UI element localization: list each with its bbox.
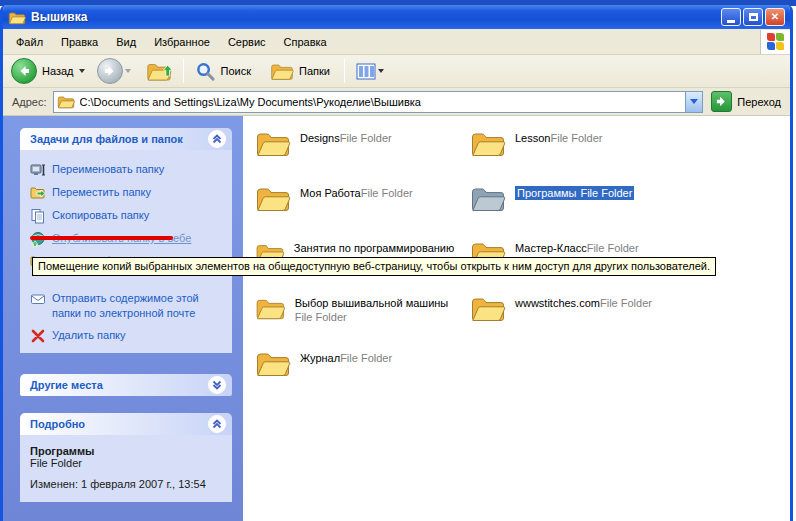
menu-view[interactable]: Вид — [107, 32, 145, 52]
search-icon — [195, 61, 216, 82]
back-arrow-icon — [11, 58, 37, 84]
forward-arrow-icon — [97, 58, 123, 84]
folder-icon — [470, 128, 506, 158]
other-places-header[interactable]: Другие места — [20, 374, 232, 396]
tasks-panel-title: Задачи для файлов и папок — [30, 133, 208, 145]
close-button[interactable]: ✕ — [765, 8, 785, 26]
task-move-folder[interactable]: Переместить папку — [30, 185, 224, 201]
forward-dropdown-icon[interactable] — [125, 69, 131, 73]
folders-icon — [270, 61, 294, 81]
folders-label: Папки — [299, 65, 330, 77]
titlebar[interactable]: Вышивка ✕ — [3, 5, 790, 29]
chevron-down-icon[interactable] — [208, 376, 226, 394]
search-button[interactable]: Поиск — [190, 59, 259, 84]
details-item-modified: Изменен: 1 февраля 2007 г., 13:54 — [30, 478, 222, 490]
details-header[interactable]: Подробно — [20, 413, 232, 435]
folder-icon — [255, 293, 286, 323]
folders-button[interactable]: Папки — [265, 59, 338, 83]
back-dropdown-icon[interactable] — [79, 69, 85, 73]
folder-tile-designs[interactable]: DesignsFile Folder — [255, 128, 470, 183]
folder-icon — [255, 128, 291, 158]
move-folder-icon — [30, 185, 46, 201]
folder-tile-lesson[interactable]: LessonFile Folder — [470, 128, 685, 183]
other-places-panel: Другие места — [20, 374, 232, 396]
menu-help[interactable]: Справка — [275, 32, 336, 52]
tasks-panel-body: Переименовать папку Переместить папку — [20, 150, 232, 353]
address-dropdown-button[interactable] — [685, 92, 702, 112]
windows-logo-icon — [760, 30, 790, 54]
address-label: Адрес: — [12, 96, 47, 108]
chevron-up-icon[interactable] — [208, 415, 226, 433]
folder-tile-wwwstitches[interactable]: wwwstitches.comFile Folder — [470, 293, 685, 348]
views-icon — [356, 63, 376, 80]
toolbar: Назад Поиск — [3, 55, 790, 88]
toolbar-separator — [183, 59, 184, 83]
folder-tile-programmy-selected[interactable]: ПрограммыFile Folder — [470, 183, 685, 238]
address-combo[interactable]: C:\Documents and Settings\Liza\My Docume… — [53, 91, 704, 113]
search-label: Поиск — [221, 65, 251, 77]
menu-file[interactable]: Файл — [7, 32, 52, 52]
menu-edit[interactable]: Правка — [52, 32, 107, 52]
folder-tile-vybor-mashiny[interactable]: Выбор вышивальной машиныFile Folder — [255, 293, 470, 348]
task-delete-folder[interactable]: Удалить папку — [30, 328, 224, 344]
address-path[interactable]: C:\Documents and Settings\Liza\My Docume… — [80, 96, 686, 108]
maximize-button[interactable] — [743, 8, 763, 26]
task-copy-folder[interactable]: Скопировать папку — [30, 208, 224, 224]
chevron-down-icon — [690, 99, 698, 104]
forward-button[interactable] — [97, 58, 137, 84]
window-title: Вышивка — [31, 10, 719, 24]
folder-tile-moya-rabota[interactable]: Моя РаботаFile Folder — [255, 183, 470, 238]
folder-view[interactable]: DesignsFile Folder LessonFile Folder Моя… — [243, 116, 790, 521]
details-panel: Подробно Программы File Folder Изменен: … — [20, 413, 232, 502]
menubar: Файл Правка Вид Избранное Сервис Справка — [3, 29, 790, 55]
details-body: Программы File Folder Изменен: 1 февраля… — [20, 435, 232, 502]
address-bar: Адрес: C:\Documents and Settings\Liza\My… — [3, 88, 790, 116]
folder-tile-zhurnal[interactable]: ЖурналFile Folder — [255, 348, 470, 403]
other-places-title: Другие места — [30, 379, 208, 391]
file-folder-tasks-panel: Задачи для файлов и папок — [20, 128, 232, 353]
minimize-icon — [727, 20, 735, 23]
views-button[interactable] — [351, 61, 395, 82]
task-pane: Задачи для файлов и папок — [3, 116, 243, 521]
folder-icon-selected — [470, 183, 506, 213]
go-button[interactable] — [711, 91, 732, 112]
folder-icon — [470, 293, 506, 323]
details-item-type: File Folder — [30, 457, 222, 469]
address-folder-icon — [57, 94, 75, 109]
folder-icon — [255, 183, 291, 213]
back-button[interactable]: Назад — [11, 58, 91, 84]
views-dropdown-icon[interactable] — [378, 69, 384, 73]
go-arrow-icon — [715, 95, 728, 108]
minimize-button[interactable] — [721, 8, 741, 26]
details-item-name: Программы — [30, 445, 222, 457]
details-title: Подробно — [30, 418, 208, 430]
tasks-panel-header[interactable]: Задачи для файлов и папок — [20, 128, 232, 150]
up-button[interactable] — [141, 58, 177, 84]
toolbar-separator — [344, 59, 345, 83]
email-icon — [30, 291, 46, 307]
tooltip: Помещение копий выбранных элементов на о… — [32, 257, 716, 276]
task-rename-folder[interactable]: Переименовать папку — [30, 162, 224, 178]
menu-favorites[interactable]: Избранное — [145, 32, 219, 52]
delete-icon — [30, 328, 46, 344]
go-label: Переход — [737, 96, 781, 108]
window-folder-icon — [8, 10, 26, 25]
rename-folder-icon — [30, 162, 46, 178]
back-label: Назад — [42, 65, 74, 77]
menu-tools[interactable]: Сервис — [219, 32, 275, 52]
copy-folder-icon — [30, 208, 46, 224]
annotation-red-underline — [30, 236, 173, 240]
chevron-up-icon[interactable] — [208, 130, 226, 148]
folder-icon — [255, 348, 291, 378]
task-email-folder[interactable]: Отправить содержимое этой папки по элект… — [30, 291, 224, 321]
maximize-icon — [749, 13, 758, 21]
